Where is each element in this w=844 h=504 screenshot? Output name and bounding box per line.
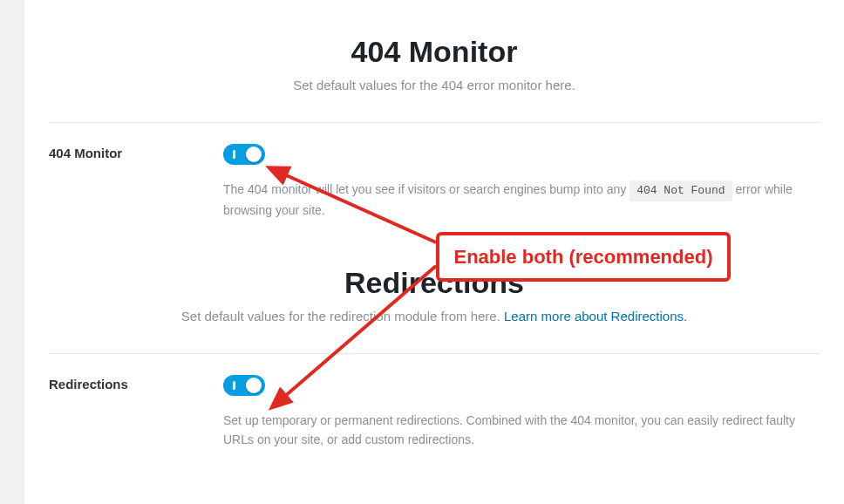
toggle-404-monitor[interactable] (223, 144, 265, 165)
setting-label-404-monitor: 404 Monitor (49, 144, 223, 221)
setting-label-redirections: Redirections (49, 375, 223, 449)
toggle-on-indicator-icon (233, 150, 235, 159)
toggle-on-indicator-icon (233, 381, 235, 390)
setting-row-redirections: Redirections Set up temporary or permane… (24, 354, 844, 449)
learn-more-link[interactable]: Learn more about Redirections. (504, 309, 687, 324)
toggle-redirections[interactable] (223, 375, 265, 396)
toggle-knob-icon (246, 146, 262, 162)
setting-row-404-monitor: 404 Monitor The 404 monitor will let you… (24, 123, 844, 221)
section-subtitle-404: Set default values for the 404 error mon… (59, 78, 809, 92)
setting-body-redirections: Set up temporary or permanent redirectio… (223, 375, 820, 449)
code-chip-404: 404 Not Found (630, 180, 732, 201)
toggle-knob-icon (246, 378, 262, 393)
desc-text: The 404 monitor will let you see if visi… (223, 182, 630, 196)
setting-body-404-monitor: The 404 monitor will let you see if visi… (223, 144, 820, 221)
section-header-404: 404 Monitor Set default values for the 4… (24, 0, 844, 106)
section-title-404: 404 Monitor (59, 35, 809, 69)
setting-desc-404-monitor: The 404 monitor will let you see if visi… (223, 180, 816, 221)
section-subtitle-redirections: Set default values for the redirection m… (59, 309, 809, 324)
subtitle-text: Set default values for the redirection m… (181, 309, 504, 324)
annotation-callout: Enable both (recommended) (436, 232, 731, 282)
setting-desc-redirections: Set up temporary or permanent redirectio… (223, 412, 816, 449)
annotation-text: Enable both (recommended) (453, 246, 712, 268)
